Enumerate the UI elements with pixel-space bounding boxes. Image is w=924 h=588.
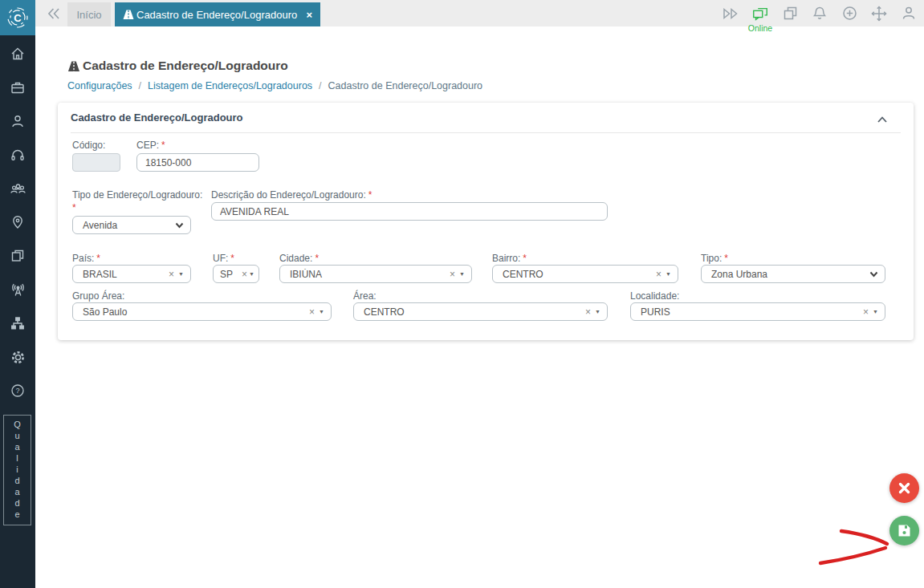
tab-cadastro-endereco[interactable]: Cadastro de Endereço/Logradouro × <box>115 2 320 26</box>
grupo-area-select[interactable]: São Paulo × ▼ <box>72 302 332 321</box>
required-marker: * <box>161 140 165 151</box>
fast-forward-button[interactable] <box>722 4 739 23</box>
bairro-value: CENTRO <box>493 269 652 280</box>
area-label: Área: <box>353 290 377 302</box>
save-button[interactable] <box>889 516 919 545</box>
clear-icon[interactable]: × <box>859 306 873 318</box>
grupo-area-label: Grupo Área: <box>72 290 124 302</box>
clear-icon[interactable]: × <box>165 269 178 280</box>
clear-icon[interactable]: × <box>240 269 249 280</box>
move-button[interactable] <box>870 4 888 23</box>
required-marker: * <box>724 253 728 264</box>
chevron-up-icon <box>877 116 888 124</box>
broadcast-icon <box>10 282 26 298</box>
tipo-logradouro-label: Tipo de Endereço/Logradouro: <box>72 189 202 201</box>
bairro-label: Bairro:* <box>492 253 527 264</box>
quality-vertical-tab[interactable]: Qualidade <box>3 415 31 525</box>
sidebar-item-help[interactable]: ? <box>0 374 35 408</box>
breadcrumb-configuracoes[interactable]: Configurações <box>67 80 132 91</box>
area-value: CENTRO <box>354 306 581 318</box>
page: C <box>0 0 924 588</box>
bell-icon <box>812 5 828 22</box>
required-marker: * <box>96 253 100 264</box>
pais-select[interactable]: BRASIL × ▼ <box>72 265 191 283</box>
breadcrumb-listagem[interactable]: Listagem de Endereços/Logradouros <box>148 80 312 91</box>
user-icon <box>10 113 26 129</box>
caret-down-icon[interactable]: ▼ <box>459 271 471 277</box>
gear-icon <box>10 349 26 366</box>
required-marker: * <box>230 253 234 264</box>
tipo-label: Tipo:* <box>701 253 728 264</box>
notifications-button[interactable] <box>811 4 828 23</box>
sidebar-item-locations[interactable] <box>0 205 35 239</box>
clear-icon[interactable]: × <box>652 269 666 280</box>
tab-inicio[interactable]: Início <box>67 2 111 26</box>
caret-down-icon[interactable]: ▼ <box>873 309 885 314</box>
localidade-value: PURIS <box>631 306 859 318</box>
tab-close-icon[interactable]: × <box>306 10 312 20</box>
clear-icon[interactable]: × <box>446 269 459 280</box>
sidebar-item-user[interactable] <box>0 104 35 138</box>
sidebar-item-groups[interactable] <box>0 172 35 205</box>
breadcrumb-separator: / <box>132 80 148 91</box>
descricao-field[interactable] <box>211 202 608 221</box>
sidebar-item-settings[interactable] <box>0 340 35 374</box>
area-select[interactable]: CENTRO × ▼ <box>353 302 608 321</box>
sidebar-item-network[interactable] <box>0 306 35 340</box>
required-marker: * <box>368 189 372 201</box>
sidebar-item-broadcast[interactable] <box>0 273 35 306</box>
home-icon <box>10 46 26 62</box>
add-button[interactable] <box>841 4 858 23</box>
briefcase-icon <box>10 79 26 95</box>
caret-down-icon[interactable]: ▼ <box>666 271 678 277</box>
localidade-label: Localidade: <box>630 290 679 302</box>
page-title-row: Cadastro de Endereço/Logradouro <box>67 59 288 73</box>
sidebar-item-home[interactable] <box>0 37 35 71</box>
tipo-select[interactable]: Zona Urbana <box>701 265 885 283</box>
chat-button[interactable]: Online <box>751 4 769 23</box>
tipo-logradouro-select[interactable]: Avenida <box>72 216 191 234</box>
descricao-label: Descrição do Endereço/Logradouro:* <box>211 189 372 201</box>
uf-select[interactable]: SP × ▼ <box>213 265 259 283</box>
sidebar: C <box>0 0 35 588</box>
panel-collapse-button[interactable] <box>877 112 888 127</box>
tab-inicio-label: Início <box>76 9 101 21</box>
cidade-value: IBIÚNA <box>280 269 446 280</box>
page-title: Cadastro de Endereço/Logradouro <box>83 59 288 73</box>
codigo-field[interactable] <box>72 153 120 172</box>
sidebar-item-company[interactable] <box>0 71 35 104</box>
profile-button[interactable] <box>900 4 918 23</box>
copy-button[interactable] <box>781 4 799 23</box>
panel-title: Cadastro de Endereço/Logradouro <box>71 112 243 124</box>
double-chevron-left-icon <box>45 5 63 22</box>
cep-field[interactable] <box>136 153 259 172</box>
clear-icon[interactable]: × <box>581 306 595 318</box>
breadcrumb-current: Cadastro de Endereço/Logradouro <box>328 80 483 91</box>
pais-value: BRASIL <box>73 269 165 280</box>
cidade-select[interactable]: IBIÚNA × ▼ <box>279 265 472 283</box>
required-marker: * <box>315 253 319 264</box>
bairro-select[interactable]: CENTRO × ▼ <box>492 265 678 283</box>
sidebar-item-documents[interactable] <box>0 239 35 273</box>
location-pin-icon <box>10 214 26 230</box>
caret-down-icon[interactable]: ▼ <box>249 271 258 277</box>
localidade-select[interactable]: PURIS × ▼ <box>630 302 885 321</box>
pais-label: País:* <box>72 253 100 264</box>
caret-down-icon[interactable]: ▼ <box>319 309 331 314</box>
required-marker: * <box>72 202 76 213</box>
move-arrows-icon <box>870 5 888 22</box>
caret-down-icon[interactable]: ▼ <box>595 309 607 314</box>
sitemap-icon <box>10 315 26 331</box>
fast-forward-icon <box>722 6 739 22</box>
caret-down-icon[interactable]: ▼ <box>178 271 190 277</box>
svg-text:?: ? <box>15 387 19 395</box>
grupo-area-value: São Paulo <box>73 306 305 318</box>
close-icon <box>898 481 911 495</box>
clear-icon[interactable]: × <box>305 306 319 318</box>
collapse-tabs-button[interactable] <box>45 5 63 22</box>
app-logo[interactable]: C <box>0 0 35 35</box>
save-floppy-icon <box>898 524 911 537</box>
cancel-button[interactable] <box>889 473 919 503</box>
tab-active-label: Cadastro de Endereço/Logradouro <box>136 9 297 21</box>
sidebar-item-support[interactable] <box>0 138 35 172</box>
